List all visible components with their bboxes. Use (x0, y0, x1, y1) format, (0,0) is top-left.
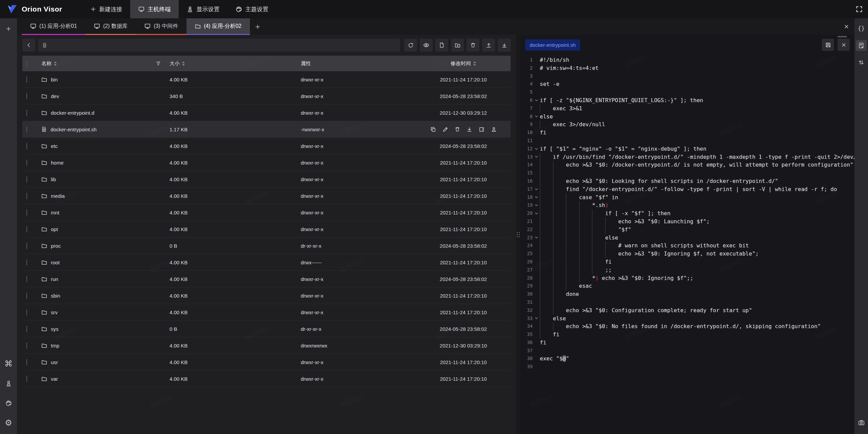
fold-chevron-icon[interactable] (533, 193, 540, 202)
sort-toggle-icon[interactable] (182, 61, 185, 66)
file-row-root[interactable]: root4.00 KBdrwx------2021-11-24 17:20:10 (22, 254, 511, 271)
row-checkbox[interactable] (26, 226, 27, 232)
terminal-tab-3[interactable]: (3) 中间件 (136, 18, 186, 35)
panel-splitter[interactable] (516, 35, 520, 434)
delete-icon[interactable] (455, 127, 460, 132)
palette-button[interactable] (2, 397, 15, 410)
code-line-21: 21echo >&3 "$0: Launching $f"; (520, 218, 854, 226)
row-checkbox[interactable] (26, 76, 27, 83)
file-row-var[interactable]: var4.00 KBdrwxr-xr-x2021-11-24 17:20:10 (22, 371, 511, 387)
row-checkbox[interactable] (26, 276, 27, 282)
sort-toggle-icon[interactable] (473, 61, 476, 66)
file-bookmark-button[interactable] (856, 40, 867, 51)
menu-item-1[interactable]: 主机终端 (130, 0, 179, 18)
fullscreen-button[interactable] (850, 0, 868, 18)
fold-chevron-icon[interactable] (533, 145, 540, 153)
column-header-3[interactable]: 修改时间 (416, 60, 511, 67)
path-breadcrumb-input[interactable] (38, 39, 400, 52)
fold-chevron-icon[interactable] (533, 234, 540, 242)
row-checkbox[interactable] (26, 326, 27, 332)
new-connection-button[interactable] (2, 22, 15, 35)
file-row-docker-entrypoint.d[interactable]: docker-entrypoint.d4.00 KBdrwxr-xr-x2021… (22, 105, 511, 121)
eye-button[interactable] (420, 39, 433, 52)
menu-item-2[interactable]: 显示设置 (179, 0, 228, 18)
file-row-srv[interactable]: srv4.00 KBdrwxr-xr-x2021-11-24 17:20:10 (22, 304, 511, 321)
fold-chevron-icon[interactable] (533, 201, 540, 209)
file-row-usr[interactable]: usr4.00 KBdrwxr-xr-x2021-11-24 17:20:10 (22, 354, 511, 371)
file-row-home[interactable]: home4.00 KBdrwxr-xr-x2021-11-24 17:20:10 (22, 154, 511, 171)
new-file-button[interactable] (435, 39, 448, 52)
file-row-media[interactable]: media4.00 KBdrwxr-xr-x2021-11-24 17:20:1… (22, 188, 511, 204)
download-button[interactable] (498, 39, 511, 52)
fold-chevron-icon[interactable] (533, 113, 540, 121)
row-checkbox[interactable] (26, 126, 27, 133)
permission-icon[interactable] (491, 127, 497, 132)
braces-button[interactable]: {} (856, 23, 867, 34)
close-panel-button[interactable] (838, 18, 854, 35)
row-checkbox[interactable] (26, 159, 27, 166)
file-row-sbin[interactable]: sbin4.00 KBdrwxr-xr-x2021-11-24 17:20:10 (22, 287, 511, 304)
terminal-tab-2[interactable]: (2) 数据库 (85, 18, 136, 35)
row-checkbox[interactable] (26, 359, 27, 365)
camera-button[interactable] (856, 417, 867, 428)
stamp-button[interactable] (2, 377, 15, 390)
file-row-lib[interactable]: lib4.00 KBdrwxr-xr-x2021-11-24 17:20:10 (22, 171, 511, 188)
menu-item-3[interactable]: 主题设置 (228, 0, 276, 18)
menu-item-0[interactable]: 新建连接 (82, 0, 130, 18)
file-row-mnt[interactable]: mnt4.00 KBdrwxr-xr-x2021-11-24 17:20:10 (22, 204, 511, 221)
trash-button[interactable] (467, 39, 479, 52)
editor-file-tab[interactable]: docker-entrypoint.sh (525, 39, 580, 51)
fold-chevron-icon[interactable] (533, 185, 540, 193)
file-row-tmp[interactable]: tmp4.00 KBdrwxrwxrwx2021-12-30 03:29:10 (22, 337, 511, 354)
upload-button[interactable] (482, 39, 495, 52)
row-checkbox[interactable] (26, 243, 27, 249)
sort-toggle-icon[interactable] (54, 61, 57, 66)
file-row-opt[interactable]: opt4.00 KBdrwxr-xr-x2021-11-24 17:20:10 (22, 221, 511, 238)
file-row-sys[interactable]: sys0 Bdr-xr-xr-x2024-05-28 23:58:02 (22, 321, 511, 337)
new-folder-button[interactable] (451, 39, 464, 52)
save-button[interactable] (822, 39, 834, 51)
row-checkbox[interactable] (26, 110, 27, 116)
file-row-run[interactable]: run4.00 KBdrwxr-xr-x2024-05-28 23:58:02 (22, 271, 511, 287)
sort-updown-button[interactable] (856, 57, 867, 68)
row-checkbox[interactable] (26, 342, 27, 349)
copy-icon[interactable] (430, 127, 436, 132)
edit-icon[interactable] (442, 127, 448, 132)
file-row-etc[interactable]: etc4.00 KBdrwxr-xr-x2024-05-28 23:58:02 (22, 138, 511, 154)
row-checkbox[interactable] (26, 309, 27, 316)
row-checkbox[interactable] (26, 193, 27, 199)
back-button[interactable] (22, 39, 35, 52)
column-label: 属性 (301, 60, 311, 67)
file-row-bin[interactable]: bin4.00 KBdrwxr-xr-x2021-11-24 17:20:10 (22, 71, 511, 88)
move-icon[interactable] (479, 127, 485, 132)
code-area[interactable]: 1#!/bin/sh2# vim:sw=4:ts=4:et34set -e56i… (520, 55, 854, 434)
row-checkbox[interactable] (26, 259, 27, 266)
refresh-button[interactable] (404, 39, 417, 52)
command-button[interactable]: ⌘ (2, 357, 15, 370)
close-editor-button[interactable] (837, 39, 850, 51)
row-checkbox[interactable] (26, 143, 27, 149)
fold-chevron-icon[interactable] (533, 153, 540, 161)
filter-funnel-icon[interactable] (156, 61, 161, 66)
fold-chevron-icon[interactable] (533, 209, 540, 218)
file-row-docker-entrypoint.sh[interactable]: docker-entrypoint.sh1.17 KB-rwxrwxr-x (22, 121, 511, 138)
editor-scrollbar-thumb[interactable] (837, 36, 847, 37)
column-header-1[interactable]: 大小 (170, 60, 301, 67)
terminal-tab-4[interactable]: (4) 应用-分析02 (186, 18, 250, 35)
file-row-dev[interactable]: dev340 Bdrwxr-xr-x2024-05-28 23:58:02 (22, 88, 511, 105)
new-tab-button[interactable] (250, 18, 265, 35)
column-header-0[interactable]: 名称 (41, 60, 170, 67)
row-checkbox[interactable] (26, 376, 27, 382)
code-text (540, 72, 854, 80)
download-file-icon[interactable] (467, 127, 472, 132)
file-row-proc[interactable]: proc0 Bdr-xr-xr-x2024-05-28 23:58:02 (22, 238, 511, 254)
row-checkbox[interactable] (26, 293, 27, 299)
fold-chevron-icon[interactable] (533, 96, 540, 105)
row-checkbox[interactable] (26, 209, 27, 216)
terminal-tab-1[interactable]: (1) 应用-分析01 (22, 18, 85, 35)
fold-chevron-icon[interactable] (533, 315, 540, 323)
row-checkbox[interactable] (26, 176, 27, 183)
gear-button[interactable]: ⚙ (2, 416, 15, 429)
select-all-checkbox[interactable] (26, 60, 27, 67)
row-checkbox[interactable] (26, 93, 27, 99)
